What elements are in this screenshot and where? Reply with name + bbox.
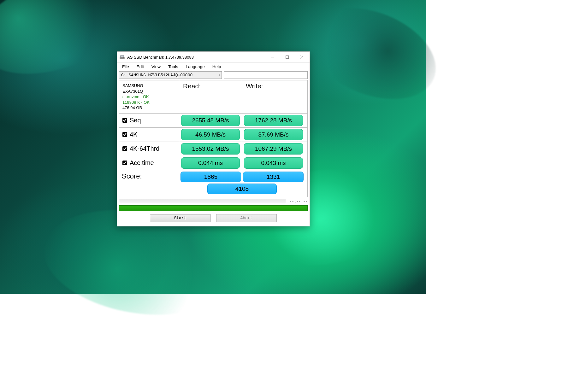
app-icon bbox=[120, 55, 125, 60]
row-4k64-label: 4K-64Thrd bbox=[130, 145, 160, 152]
menu-file[interactable]: File bbox=[118, 63, 133, 70]
drive-firmware: EXA7301Q bbox=[122, 89, 143, 94]
acc-write-value: 0.043 ms bbox=[244, 157, 303, 169]
menubar: File Edit View Tools Language Help bbox=[117, 63, 310, 71]
4k64-read-value: 1553.02 MB/s bbox=[181, 143, 240, 155]
drive-vendor: SAMSUNG bbox=[122, 83, 143, 89]
drive-select[interactable]: C: SAMSUNG MZVLB512HAJQ-00000 ▾ bbox=[119, 71, 222, 79]
checkbox-4k64[interactable] bbox=[122, 146, 127, 151]
menu-view[interactable]: View bbox=[148, 63, 164, 70]
seq-write-value: 1762.28 MB/s bbox=[244, 115, 303, 126]
score-total: 4108 bbox=[207, 184, 277, 194]
menu-language[interactable]: Language bbox=[182, 63, 209, 70]
abort-button: Abort bbox=[216, 214, 277, 222]
elapsed-time: --:--:-- bbox=[289, 199, 308, 204]
checkbox-4k[interactable] bbox=[122, 132, 127, 137]
4k-read-value: 46.59 MB/s bbox=[181, 129, 240, 140]
window-title: AS SSD Benchmark 1.7.4739.38088 bbox=[127, 55, 265, 60]
score-area: 1865 1331 4108 bbox=[179, 170, 305, 197]
checkbox-acc[interactable] bbox=[122, 161, 127, 165]
drive-driver-status: stornvme - OK bbox=[122, 94, 149, 100]
desktop-wallpaper: AS SSD Benchmark 1.7.4739.38088 File Edi… bbox=[0, 0, 426, 294]
start-button[interactable]: Start bbox=[150, 214, 210, 222]
checkbox-seq[interactable] bbox=[122, 118, 127, 123]
row-4k-label-cell: 4K bbox=[119, 128, 179, 142]
menu-tools[interactable]: Tools bbox=[164, 63, 182, 70]
close-button[interactable] bbox=[294, 52, 309, 62]
menu-edit[interactable]: Edit bbox=[133, 63, 148, 70]
chevron-down-icon: ▾ bbox=[218, 73, 220, 77]
seq-read-value: 2655.48 MB/s bbox=[181, 115, 240, 126]
menu-help[interactable]: Help bbox=[209, 63, 225, 70]
drive-info-cell: SAMSUNG EXA7301Q stornvme - OK 119808 K … bbox=[119, 80, 179, 113]
4k64-write-value: 1067.29 MB/s bbox=[244, 143, 303, 155]
score-write: 1331 bbox=[243, 172, 304, 182]
throughput-bar bbox=[119, 205, 308, 211]
header-read: Read: bbox=[179, 80, 242, 113]
row-acc-label-cell: Acc.time bbox=[119, 156, 179, 170]
svg-point-3 bbox=[123, 58, 124, 58]
score-read: 1865 bbox=[180, 172, 241, 182]
4k-write-value: 87.69 MB/s bbox=[244, 129, 303, 140]
header-write: Write: bbox=[242, 80, 305, 113]
row-acc-label: Acc.time bbox=[130, 159, 154, 167]
row-seq-label: Seq bbox=[130, 117, 141, 124]
as-ssd-benchmark-window: AS SSD Benchmark 1.7.4739.38088 File Edi… bbox=[117, 51, 310, 226]
titlebar[interactable]: AS SSD Benchmark 1.7.4739.38088 bbox=[117, 52, 310, 63]
svg-rect-5 bbox=[286, 56, 289, 59]
row-seq-label-cell: Seq bbox=[119, 114, 179, 127]
drive-capacity: 476.94 GB bbox=[122, 105, 142, 111]
drive-alignment-status: 119808 K - OK bbox=[122, 100, 150, 105]
row-4k64-label-cell: 4K-64Thrd bbox=[119, 142, 179, 156]
minimize-button[interactable] bbox=[265, 52, 280, 62]
acc-read-value: 0.044 ms bbox=[181, 157, 240, 169]
label-input[interactable] bbox=[224, 71, 308, 79]
results-grid: SAMSUNG EXA7301Q stornvme - OK 119808 K … bbox=[119, 80, 308, 197]
progress-bar bbox=[119, 199, 286, 204]
drive-select-value: C: SAMSUNG MZVLB512HAJQ-00000 bbox=[121, 73, 192, 78]
svg-rect-2 bbox=[121, 56, 124, 57]
row-4k-label: 4K bbox=[130, 131, 137, 138]
score-label: Score: bbox=[119, 170, 179, 197]
maximize-button[interactable] bbox=[280, 52, 294, 62]
